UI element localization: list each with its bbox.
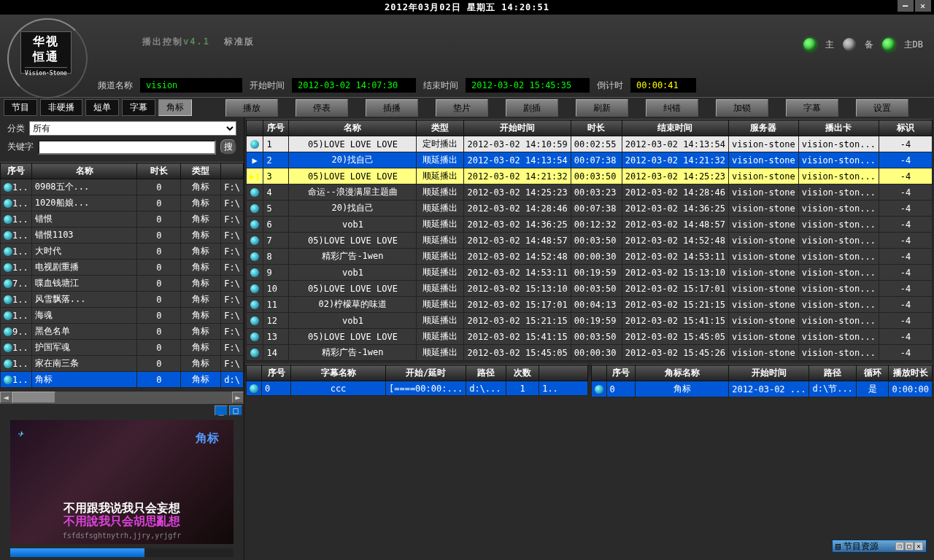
tab-program[interactable]: 节目 <box>4 99 37 116</box>
disc-icon <box>250 236 259 245</box>
sidebar: 分类 所有 关键字 搜 序号 名称 时长 类型 1..0908五个...0角标F… <box>0 117 244 560</box>
preview-progress[interactable] <box>10 548 234 557</box>
corner-grid[interactable]: 序号 角标名称 开始时间 路径 循环 播放时长 0角标2012-03-02 ..… <box>591 364 933 559</box>
preview-min-icon[interactable]: _ <box>215 405 228 416</box>
refresh-button[interactable]: 刷新 <box>576 99 628 117</box>
disc-icon <box>250 188 259 197</box>
subtitle-grid[interactable]: 序号 字幕名称 开始/延时 路径 次数 0ccc[====00:00:...d:… <box>246 364 588 559</box>
list-item[interactable]: 1..家在南三条0角标F:\ <box>1 356 244 372</box>
logo-cn: 华视恒通 <box>21 34 71 65</box>
close-button[interactable]: ✕ <box>915 0 931 12</box>
tab-corner[interactable]: 角标 <box>158 99 192 116</box>
disc-icon <box>4 311 12 320</box>
logo-en: Vision·Stone <box>21 70 71 77</box>
disc-icon <box>4 295 12 304</box>
list-item[interactable]: 1..大时代0角标F:\ <box>1 244 244 260</box>
list-item[interactable]: 9..黑色名单0角标F:\ <box>1 324 244 340</box>
preview-max-icon[interactable]: □ <box>229 405 242 416</box>
toolbar: 节目 非硬播 短单 字幕 角标 播放 停表 插播 垫片 剧插 刷新 纠错 加锁 … <box>0 97 934 117</box>
subtitle-button[interactable]: 字幕 <box>786 99 838 117</box>
app-title: 播出控制v4.1 标准版 <box>142 26 255 50</box>
disc-icon <box>4 199 12 208</box>
table-row[interactable]: 1305)LOVE LOVE LOVE顺延播出2012-03-02 15:41:… <box>247 329 933 345</box>
disc-icon <box>250 140 259 149</box>
table-row[interactable]: 520)找自己顺延播出2012-03-02 14:28:4600:07:3820… <box>247 201 933 217</box>
disc-icon <box>250 332 259 341</box>
mini-max-icon[interactable]: □ <box>905 542 914 551</box>
table-row[interactable]: 8精彩广告-1wen顺延播出2012-03-02 14:52:4800:00:3… <box>247 249 933 265</box>
settings-button[interactable]: 设置 <box>856 99 908 117</box>
preview-corner: 角标 <box>196 431 219 446</box>
lock-button[interactable]: 加锁 <box>716 99 768 117</box>
table-row[interactable]: 14精彩广告-1wen顺延播出2012-03-02 15:45:0500:00:… <box>247 345 933 361</box>
end-time: 2012-03-02 15:45:35 <box>466 78 590 93</box>
preview-logo-icon: ✈ <box>18 427 23 439</box>
mini-close-icon[interactable]: ✕ <box>914 542 923 551</box>
led-backup <box>843 38 856 51</box>
table-row[interactable]: 705)LOVE LOVE LOVE顺延播出2012-03-02 14:48:5… <box>247 233 933 249</box>
table-row[interactable]: 1005)LOVE LOVE LOVE顺延播出2012-03-02 15:13:… <box>247 281 933 297</box>
disc-icon <box>250 268 259 277</box>
disc-icon <box>4 343 12 352</box>
clock-text: 2012年03月02日 星期五 14:20:51 <box>385 1 549 14</box>
list-item[interactable]: 1..1020船娘...0角标F:\ <box>1 195 244 211</box>
drama-button[interactable]: 剧插 <box>506 99 558 117</box>
stop-button[interactable]: 停表 <box>296 99 348 117</box>
disc-icon <box>4 359 12 368</box>
list-item[interactable]: 1..海魂0角标F:\ <box>1 308 244 324</box>
insert-button[interactable]: 插播 <box>366 99 418 117</box>
tab-nonhard[interactable]: 非硬播 <box>40 99 82 116</box>
table-row[interactable]: 6vob1顺延播出2012-03-02 14:36:2500:12:322012… <box>247 217 933 233</box>
start-time: 2012-03-02 14:07:30 <box>292 78 416 93</box>
preview-monitor: ✈ 角标 不用跟我说我只会妄想 不用說我只会胡思亂想 fsfdsfsghtnyt… <box>10 420 234 544</box>
list-item[interactable]: 1..错恨0角标F:\ <box>1 211 244 228</box>
tab-subtitle[interactable]: 字幕 <box>122 99 155 116</box>
play-button[interactable]: 播放 <box>225 99 278 117</box>
minimize-button[interactable]: — <box>898 0 914 12</box>
h-scrollbar[interactable]: ◄ ► <box>0 392 244 403</box>
disc-icon <box>250 284 259 293</box>
asset-grid[interactable]: 序号 名称 时长 类型 1..0908五个...0角标F:\1..1020船娘.… <box>0 162 244 392</box>
keyword-input[interactable] <box>38 140 216 155</box>
tab-short[interactable]: 短单 <box>85 99 119 116</box>
disc-icon <box>250 316 259 325</box>
list-item[interactable]: 1..错恨11030角标F:\ <box>1 228 244 244</box>
resource-icon: ▤ <box>835 541 841 551</box>
table-row[interactable]: ▶❙305)LOVE LOVE LOVE顺延播出2012-03-02 14:21… <box>247 168 933 184</box>
list-item[interactable]: 1..电视剧重播0角标F:\ <box>1 260 244 276</box>
pad-button[interactable]: 垫片 <box>436 99 488 117</box>
countdown: 00:00:41 <box>630 78 696 93</box>
disc-icon <box>250 220 259 229</box>
mini-restore-icon[interactable]: ❐ <box>895 542 904 551</box>
list-item[interactable]: 1..角标0角标d:\ <box>1 372 244 388</box>
disc-icon <box>4 327 12 336</box>
table-row[interactable]: 4命运--浪漫满屋主题曲顺延播出2012-03-02 14:25:2300:03… <box>247 184 933 201</box>
disc-icon <box>4 215 12 224</box>
table-row[interactable]: 0角标2012-03-02 ...d:\节...是0:00:00 <box>591 381 933 397</box>
disc-icon <box>4 183 12 192</box>
disc-icon <box>595 385 603 394</box>
disc-icon <box>4 231 12 240</box>
disc-icon <box>250 252 259 261</box>
disc-icon <box>250 204 259 213</box>
search-button[interactable]: 搜 <box>220 139 236 155</box>
table-row[interactable]: 12vob1顺延播出2012-03-02 15:21:1500:19:59201… <box>247 313 933 329</box>
table-row[interactable]: 9vob1顺延播出2012-03-02 14:53:1100:19:592012… <box>247 265 933 281</box>
playlist-grid[interactable]: 序号 名称 类型 开始时间 时长 结束时间 服务器 播出卡 标识 105)LOV… <box>246 119 933 361</box>
table-row[interactable]: 1102)柠檬草的味道顺延播出2012-03-02 15:17:0100:04:… <box>247 297 933 313</box>
list-item[interactable]: 1..护国军魂0角标F:\ <box>1 340 244 356</box>
title-bar: 2012年03月02日 星期五 14:20:51 — ✕ <box>0 0 934 15</box>
category-select[interactable]: 所有 <box>29 121 236 136</box>
list-item[interactable]: 1..风雪飘落...0角标F:\ <box>1 292 244 308</box>
table-row[interactable]: 105)LOVE LOVE LOVE定时播出2012-03-02 14:10:5… <box>247 136 933 152</box>
list-item[interactable]: 7..喋血钱塘江0角标F:\ <box>1 276 244 292</box>
list-item[interactable]: 1..0908五个...0角标F:\ <box>1 179 244 195</box>
table-row[interactable]: 0ccc[====00:00:...d:\...11.. <box>247 381 588 396</box>
disc-icon <box>250 349 259 357</box>
info-bar: 频道名称 vision 开始时间 2012-03-02 14:07:30 结束时… <box>95 77 930 94</box>
table-row[interactable]: ▶220)找自己顺延播出2012-03-02 14:13:5400:07:382… <box>247 152 933 168</box>
correct-button[interactable]: 纠错 <box>646 99 698 117</box>
resource-window[interactable]: ▤ 节目资源 ❐ □ ✕ <box>832 540 927 553</box>
disc-icon <box>250 300 259 309</box>
disc-icon <box>4 279 12 288</box>
